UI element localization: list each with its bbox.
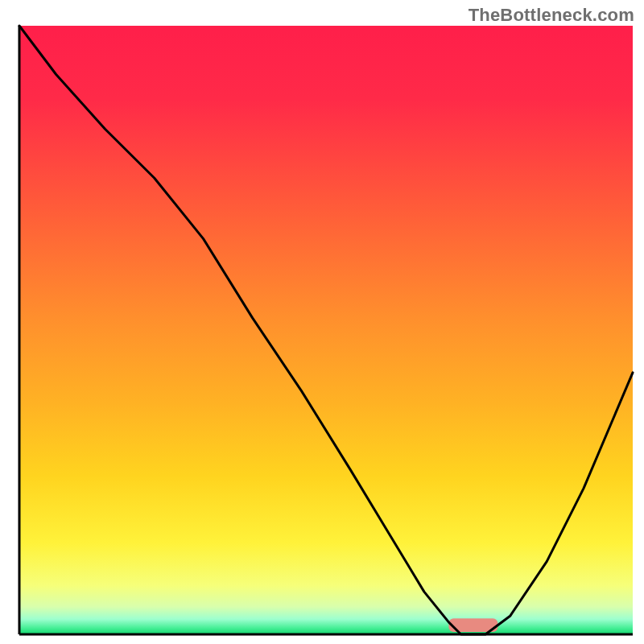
gradient-background xyxy=(19,26,633,634)
bottleneck-chart xyxy=(0,0,644,644)
chart-container: TheBottleneck.com xyxy=(0,0,644,644)
watermark-text: TheBottleneck.com xyxy=(469,5,634,26)
